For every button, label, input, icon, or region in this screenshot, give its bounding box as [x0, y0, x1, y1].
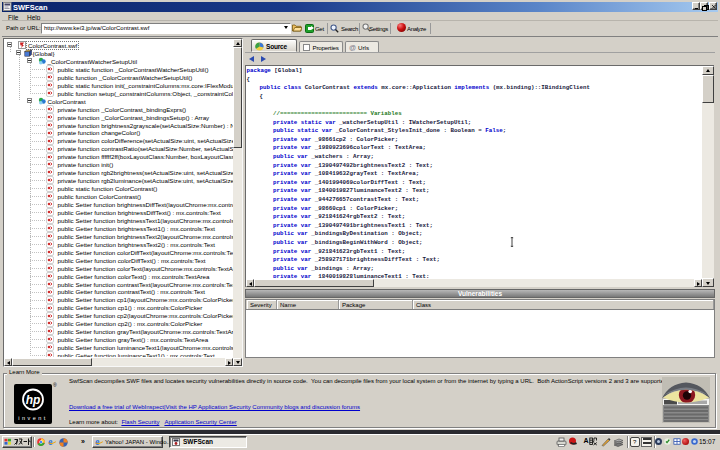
svg-text:hp: hp [26, 393, 41, 407]
svg-text:e: e [95, 438, 99, 446]
svg-text:invent: invent [18, 415, 48, 421]
svg-text:e: e [48, 438, 52, 446]
